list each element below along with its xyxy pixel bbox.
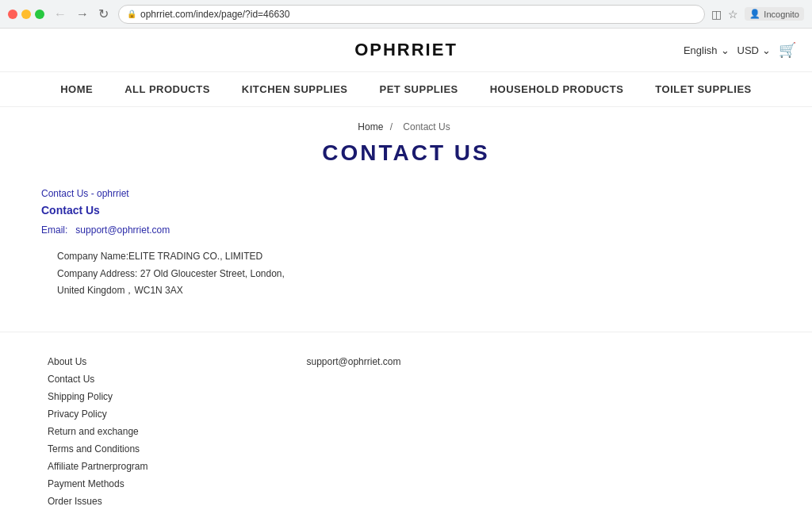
nav-item-pet-supplies[interactable]: PET SUPPLIES [380,83,458,95]
currency-label: USD [737,44,759,56]
close-button[interactable] [8,10,17,19]
footer-email-value: support@ophrriet.com [307,356,401,367]
lock-icon: 🔒 [127,10,136,18]
contact-heading: Contact Us [41,204,771,217]
nav-item-toilet-supplies[interactable]: TOILET SUPPLIES [655,83,751,95]
footer-link-order[interactable]: Order Issues [48,496,148,507]
nav-item-household-products[interactable]: HOUSEHOLD PRODUCTS [490,83,624,95]
currency-selector[interactable]: USD ⌄ [737,44,771,56]
footer-link-terms[interactable]: Terms and Conditions [48,443,148,455]
header-right: English ⌄ USD ⌄ 🛒 [684,41,796,59]
breadcrumb-current: Contact Us [403,121,450,132]
footer-top: About Us Contact Us Shipping Policy Priv… [48,356,764,507]
contact-email-row: Email: support@ophrriet.com [41,224,771,236]
company-name-row: Company Name:ELITE TRADING CO., LIMITED [57,248,771,266]
site-footer: About Us Contact Us Shipping Policy Priv… [0,332,812,514]
maximize-button[interactable] [35,10,44,19]
company-info: Company Name:ELITE TRADING CO., LIMITED … [57,248,771,300]
breadcrumb-separator: / [390,121,393,132]
back-button[interactable]: ← [51,6,70,23]
company-address-label: Company Address: [57,268,137,279]
chevron-down-icon: ⌄ [721,44,730,56]
refresh-button[interactable]: ↻ [95,5,112,23]
cart-icon[interactable]: 🛒 [779,41,796,59]
incognito-badge: 👤 Incognito [745,7,804,21]
chevron-down-icon: ⌄ [762,44,771,56]
nav-item-all-products[interactable]: ALL PRODUCTS [124,83,210,95]
footer-link-shipping[interactable]: Shipping Policy [48,391,148,402]
main-content: Home / Contact Us CONTACT US Contact Us … [25,121,787,332]
minimize-button[interactable] [21,10,31,19]
email-link[interactable]: support@ophrriet.com [75,224,170,236]
extensions-icon: ◫ [711,8,722,21]
language-label: English [684,44,718,56]
site-header: OPHRRIET English ⌄ USD ⌄ 🛒 [0,29,812,72]
footer-link-return[interactable]: Return and exchange [48,426,148,437]
page-title: CONTACT US [41,140,771,166]
company-address-row: Company Address: 27 Old Gloucester Stree… [57,266,771,283]
incognito-label: Incognito [764,10,799,19]
nav-item-home[interactable]: HOME [60,83,93,95]
contact-label: Contact Us - ophrriet [41,188,771,199]
address-bar[interactable]: 🔒 ophrriet.com/index/page/?id=46630 [118,5,705,24]
main-navigation: HOME ALL PRODUCTS KITCHEN SUPPLIES PET S… [0,72,812,107]
email-label: Email: [41,224,67,236]
incognito-icon: 👤 [749,9,760,19]
browser-window-controls [8,10,44,19]
footer-contact-email: support@ophrriet.com [307,356,401,507]
company-name-label: Company Name: [57,251,128,262]
footer-link-payment[interactable]: Payment Methods [48,478,148,489]
browser-chrome: ← → ↻ 🔒 ophrriet.com/index/page/?id=4663… [0,0,812,29]
company-address-value: 27 Old Gloucester Street, London, [140,268,285,279]
breadcrumb-home-link[interactable]: Home [358,121,383,132]
nav-item-kitchen-supplies[interactable]: KITCHEN SUPPLIES [242,83,348,95]
url-text: ophrriet.com/index/page/?id=46630 [140,9,289,20]
footer-link-contact[interactable]: Contact Us [48,374,148,385]
company-name-value: ELITE TRADING CO., LIMITED [128,251,262,262]
footer-links: About Us Contact Us Shipping Policy Priv… [48,356,148,507]
bookmark-icon: ☆ [728,8,738,21]
forward-button[interactable]: → [73,6,92,23]
footer-link-privacy[interactable]: Privacy Policy [48,409,148,420]
contact-section: Contact Us - ophrriet Contact Us Email: … [41,188,771,300]
browser-action-buttons: ◫ ☆ 👤 Incognito [711,7,804,21]
language-selector[interactable]: English ⌄ [684,44,730,56]
site-logo[interactable]: OPHRRIET [354,40,458,60]
company-address2-value: United Kingdom，WC1N 3AX [57,285,183,296]
footer-link-about[interactable]: About Us [48,356,148,367]
footer-link-affiliate[interactable]: Affiliate Partnerprogram [48,461,148,472]
browser-navigation: ← → ↻ [51,5,112,23]
company-address2-row: United Kingdom，WC1N 3AX [57,282,771,300]
breadcrumb: Home / Contact Us [41,121,771,132]
